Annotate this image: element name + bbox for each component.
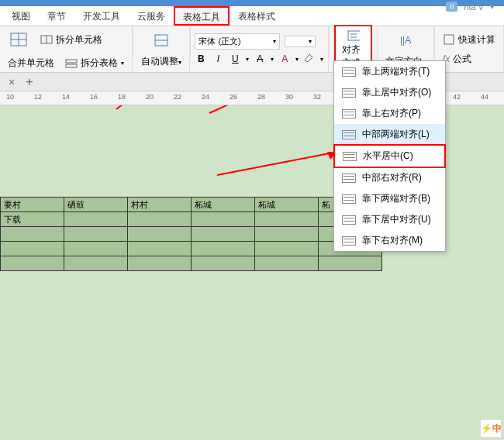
- chevron-down-icon: ▾: [121, 60, 124, 67]
- table-row: 要村 硒鼓 村村 柘城 柘城 柘: [1, 198, 382, 212]
- svg-rect-5: [66, 60, 77, 63]
- ruler-mark: 28: [257, 93, 265, 101]
- tab-table-tools[interactable]: 表格工具: [174, 6, 230, 26]
- align-option-icon: [342, 67, 356, 77]
- table-cell[interactable]: 硒鼓: [64, 198, 128, 212]
- calc-icon: [443, 33, 455, 46]
- svg-rect-6: [66, 64, 77, 67]
- user-dropdown-icon[interactable]: ▾: [490, 2, 495, 12]
- split-table-icon: [65, 57, 78, 70]
- align-option-label: 中部两端对齐(L): [362, 128, 430, 141]
- align-option-icon: [342, 194, 356, 204]
- ruler-mark: 24: [202, 93, 209, 101]
- align-option[interactable]: 靠上两端对齐(T): [334, 61, 445, 82]
- user-badge: ri: [446, 2, 458, 12]
- ruler-mark: 22: [174, 93, 181, 101]
- ruler-mark: 26: [230, 93, 237, 101]
- quick-calc-button[interactable]: 快速计算: [440, 32, 499, 48]
- align-option-icon: [343, 152, 357, 161]
- align-option-label: 靠上居中对齐(O): [362, 86, 431, 99]
- align-dropdown: 靠上两端对齐(T)靠上居中对齐(O)靠上右对齐(P)中部两端对齐(L)水平居中(…: [333, 60, 446, 252]
- align-option[interactable]: 水平居中(C): [333, 144, 446, 168]
- align-option[interactable]: 靠上右对齐(P): [334, 103, 445, 124]
- align-option-label: 靠上两端对齐(T): [362, 65, 430, 78]
- table-row: [1, 227, 382, 242]
- align-option-icon: [342, 109, 356, 119]
- underline-button[interactable]: U: [229, 53, 241, 64]
- align-option-icon: [342, 215, 356, 225]
- text-direction-icon: ||A: [395, 30, 416, 52]
- align-option-label: 中部右对齐(R): [362, 171, 422, 184]
- split-table-button[interactable]: 拆分表格▾: [62, 55, 127, 71]
- ruler-mark: 20: [146, 93, 154, 101]
- add-tab-button[interactable]: +: [22, 74, 37, 90]
- table-cell[interactable]: 要村: [1, 198, 64, 212]
- align-option-icon: [342, 174, 356, 183]
- close-tab-button[interactable]: ×: [6, 77, 17, 88]
- insert-table-button[interactable]: [5, 27, 33, 52]
- ruler-mark: 14: [62, 93, 70, 101]
- ruler-mark: 18: [118, 93, 126, 101]
- corner-badge[interactable]: ⚡中: [480, 419, 502, 438]
- table-cell[interactable]: 村村: [128, 198, 192, 212]
- align-option[interactable]: 靠下居中对齐(U): [334, 209, 445, 230]
- font-name-select[interactable]: 宋体 (正文)▾: [195, 33, 280, 50]
- table-icon: [8, 29, 29, 50]
- ruler-mark: 30: [285, 93, 293, 101]
- align-option-icon: [342, 236, 356, 246]
- table-row: [1, 256, 382, 271]
- align-option-icon: [342, 130, 356, 139]
- tab-devtools[interactable]: 开发工具: [74, 6, 129, 26]
- align-option[interactable]: 靠下两端对齐(B): [334, 188, 445, 209]
- auto-adjust-button[interactable]: 自动调整▾: [138, 29, 185, 70]
- align-icon: [347, 29, 360, 42]
- align-option-label: 靠上右对齐(P): [362, 107, 421, 120]
- align-option-label: 靠下两端对齐(B): [362, 192, 430, 205]
- ruler-mark: 12: [34, 93, 42, 101]
- highlight-button[interactable]: [303, 53, 316, 66]
- strikethrough-button[interactable]: A: [254, 53, 266, 64]
- bold-button[interactable]: B: [195, 53, 207, 64]
- font-size-select[interactable]: ▾: [285, 36, 316, 47]
- user-name: rita V: [464, 2, 484, 12]
- tab-cloud[interactable]: 云服务: [129, 6, 174, 26]
- merge-cell-button[interactable]: 合并单元格: [5, 55, 57, 71]
- align-option-label: 靠下右对齐(M): [362, 234, 423, 247]
- align-option-icon: [342, 88, 356, 98]
- document-table[interactable]: 要村 硒鼓 村村 柘城 柘城 柘 下载: [0, 197, 382, 271]
- svg-line-18: [217, 152, 337, 175]
- ruler-mark: 42: [453, 93, 461, 101]
- annotation-arrow: [209, 144, 349, 186]
- italic-button[interactable]: I: [212, 53, 224, 64]
- title-bar: [0, 0, 504, 6]
- align-option[interactable]: 中部两端对齐(L): [334, 124, 445, 145]
- svg-line-16: [209, 105, 330, 113]
- font-color-button[interactable]: A: [278, 53, 291, 64]
- ruler-mark: 10: [6, 93, 14, 101]
- align-option-label: 水平居中(C): [363, 150, 413, 163]
- align-option-label: 靠下居中对齐(U): [362, 213, 431, 226]
- align-option[interactable]: 靠上居中对齐(O): [334, 82, 445, 103]
- align-option[interactable]: 靠下右对齐(M): [334, 230, 445, 251]
- svg-rect-9: [348, 31, 360, 40]
- svg-rect-13: [444, 35, 454, 44]
- table-row: 下载: [1, 212, 382, 227]
- tab-table-style[interactable]: 表格样式: [230, 6, 284, 26]
- ruler-mark: 16: [90, 93, 98, 101]
- svg-text:||A: ||A: [400, 35, 411, 46]
- annotation-arrow: [202, 105, 341, 124]
- tab-bar: 视图 章节 开发工具 云服务 表格工具 表格样式: [0, 6, 504, 26]
- ruler-mark: 32: [313, 93, 321, 101]
- ruler-mark: 44: [481, 93, 488, 101]
- table-cell[interactable]: 柘城: [255, 198, 319, 212]
- tab-chapter[interactable]: 章节: [39, 6, 74, 26]
- table-row: [1, 242, 382, 256]
- tab-view[interactable]: 视图: [3, 6, 39, 26]
- align-option[interactable]: 中部右对齐(R): [334, 167, 445, 188]
- table-cell[interactable]: 下载: [1, 212, 64, 227]
- table-cell[interactable]: 柘城: [192, 198, 255, 212]
- auto-adjust-icon: [150, 30, 172, 52]
- split-cell-button[interactable]: 拆分单元格: [37, 32, 105, 48]
- split-cell-icon: [40, 33, 53, 46]
